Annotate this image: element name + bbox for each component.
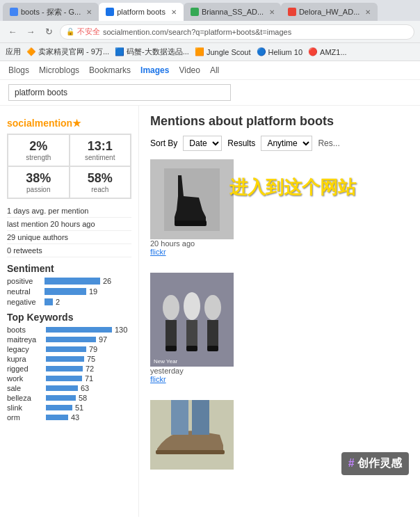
sentiment-negative-bar: [45, 298, 53, 305]
bookmark-helium[interactable]: 🔵 Helium 10: [257, 47, 303, 56]
image-source-1[interactable]: flickr: [150, 248, 409, 256]
sentiment-positive-bar: [45, 278, 100, 285]
sentiment-neutral-count: 19: [89, 287, 97, 296]
keyword-maitreya-count: 97: [99, 335, 107, 344]
search-input[interactable]: [8, 84, 231, 101]
bookmark-jungle[interactable]: 🟧 Jungle Scout: [195, 47, 251, 56]
tab-favicon-2: [106, 8, 114, 16]
image-item-2: New Year yesterday flickr: [150, 273, 409, 383]
tab-close-2[interactable]: ✕: [171, 8, 177, 16]
bookmark-apps[interactable]: 应用: [6, 47, 21, 57]
bookmark-amz[interactable]: 🔴 AMZ1...: [308, 47, 347, 56]
nav-images[interactable]: Images: [140, 65, 169, 75]
svg-rect-15: [171, 400, 188, 435]
keyword-belleza-label: belleza: [7, 394, 43, 402]
sidebar: socialmention★ 2% strength 13:1 sentimen…: [0, 106, 139, 517]
keyword-maitreya-bar: [46, 337, 96, 342]
tab-platform-boots[interactable]: platform boots ✕: [99, 3, 184, 21]
sentiment-positive-label: positive: [7, 277, 42, 285]
bookmark-seller-icon: 🔶: [26, 47, 36, 56]
keyword-orm: orm 43: [7, 413, 131, 422]
sentiment-positive: positive 26: [7, 277, 131, 285]
bookmark-jungle-label: Jungle Scout: [207, 48, 251, 56]
keyword-work-count: 71: [85, 374, 93, 383]
keyword-kupra: kupra 75: [7, 355, 131, 363]
nav-bookmarks[interactable]: Bookmarks: [89, 65, 131, 75]
images-column: 20 hours ago flickr: [150, 159, 409, 479]
stat-passion-label: passion: [15, 186, 62, 193]
nav-blogs[interactable]: Blogs: [8, 65, 29, 75]
sentiment-negative-count: 2: [56, 298, 60, 306]
keyword-kupra-bar: [46, 356, 84, 362]
keyword-work-label: work: [7, 374, 43, 383]
tab-close-1[interactable]: ✕: [86, 8, 92, 16]
main-layout: socialmention★ 2% strength 13:1 sentimen…: [0, 106, 420, 517]
bookmark-crab-icon: 🟦: [115, 47, 124, 56]
keyword-sale: sale 63: [7, 384, 131, 392]
results-select[interactable]: Anytime: [261, 136, 312, 151]
boot-image-svg-2: New Year: [150, 273, 234, 367]
image-thumbnail-1: [150, 159, 234, 239]
forward-button[interactable]: →: [24, 25, 38, 39]
stat-sentiment: 13:1 sentiment: [70, 134, 131, 166]
svg-point-9: [204, 295, 221, 320]
tab-label-2: platform boots: [117, 8, 165, 16]
stat-strength-value: 2%: [15, 139, 62, 154]
info-unique-authors: 29 unique authors: [7, 231, 131, 244]
tab-delora[interactable]: Delora_HW_AD... ✕: [281, 3, 378, 21]
keyword-slink: slink 51: [7, 403, 131, 412]
content-area: Mentions about platform boots Sort By Da…: [139, 106, 420, 517]
tab-brianna[interactable]: Brianna_SS_AD... ✕: [184, 3, 281, 21]
image-thumbnail-3: [150, 400, 234, 470]
tab-close-3[interactable]: ✕: [269, 8, 275, 16]
site-nav: Blogs Microblogs Bookmarks Images Video …: [0, 61, 420, 80]
bookmarks-bar: 应用 🔶 卖家精灵官网 - 9万... 🟦 码蟹-大数据选品... 🟧 Jung…: [0, 43, 420, 61]
bookmark-crab-label: 码蟹-大数据选品...: [127, 47, 189, 57]
stat-strength: 2% strength: [8, 134, 70, 166]
image-time-1: 20 hours ago: [150, 239, 409, 248]
keyword-maitreya-label: maitreya: [7, 335, 43, 344]
tab-close-4[interactable]: ✕: [365, 8, 371, 16]
keyword-work: work 71: [7, 374, 131, 383]
keyword-belleza: belleza 58: [7, 394, 131, 402]
nav-video[interactable]: Video: [179, 65, 200, 75]
keyword-orm-bar: [46, 415, 68, 420]
tab-favicon-3: [191, 8, 199, 16]
back-button[interactable]: ←: [6, 25, 19, 39]
keyword-legacy: legacy 79: [7, 345, 131, 353]
keyword-boots-label: boots: [7, 326, 43, 334]
stat-passion: 38% passion: [8, 166, 70, 198]
svg-rect-1: [175, 221, 207, 226]
stat-reach: 58% reach: [70, 166, 131, 198]
sort-select[interactable]: Date: [183, 136, 222, 151]
keyword-kupra-label: kupra: [7, 355, 43, 363]
keyword-rigged-bar: [46, 366, 83, 371]
tab-boots[interactable]: boots - 探索 - G... ✕: [3, 3, 99, 21]
browser-tabs: boots - 探索 - G... ✕ platform boots ✕ Bri…: [0, 0, 420, 21]
keyword-legacy-label: legacy: [7, 345, 43, 353]
nav-all[interactable]: All: [210, 65, 219, 75]
svg-point-3: [163, 295, 179, 320]
sort-by-label: Sort By: [150, 138, 177, 148]
bookmark-seller[interactable]: 🔶 卖家精灵官网 - 9万...: [26, 47, 109, 57]
keyword-orm-count: 43: [71, 413, 79, 422]
refresh-button[interactable]: ↻: [42, 25, 56, 39]
address-bar[interactable]: 🔓 不安全 socialmention.com/search?q=platfor…: [60, 24, 414, 40]
security-icon: 🔓: [66, 28, 74, 35]
nav-microblogs[interactable]: Microblogs: [39, 65, 79, 75]
keyword-rigged-count: 72: [86, 365, 94, 373]
bookmark-crab[interactable]: 🟦 码蟹-大数据选品...: [115, 47, 189, 57]
keyword-slink-label: slink: [7, 403, 43, 412]
sentiment-negative: negative 2: [7, 298, 131, 306]
image-source-2[interactable]: flickr: [150, 375, 409, 383]
stats-grid: 2% strength 13:1 sentiment 38% passion 5…: [7, 134, 131, 199]
boot-image-svg-3: [150, 400, 234, 470]
stat-strength-label: strength: [15, 154, 62, 161]
sentiment-neutral-bar: [45, 288, 86, 295]
svg-rect-7: [186, 320, 197, 348]
svg-point-6: [184, 292, 200, 320]
stat-passion-value: 38%: [15, 171, 62, 186]
svg-rect-11: [207, 346, 218, 351]
svg-rect-4: [165, 320, 177, 348]
keyword-boots: boots 130: [7, 326, 131, 334]
